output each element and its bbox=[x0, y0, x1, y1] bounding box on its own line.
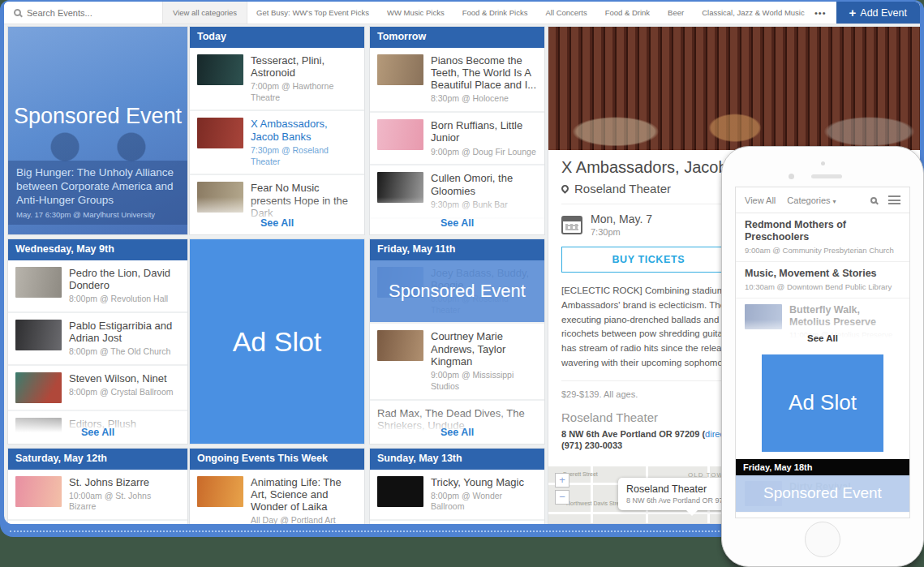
phone-categories-dropdown[interactable]: Categories▾ bbox=[787, 195, 836, 205]
event-row[interactable]: Music, Movement & Stories 10:30am @ Down… bbox=[736, 262, 909, 299]
event-row[interactable]: Joshua Bell 7:30pm @ Arlene Schnitzer Co… bbox=[8, 521, 187, 524]
phone-home-button[interactable] bbox=[805, 522, 840, 557]
map-zoom-controls: + − bbox=[555, 473, 569, 507]
event-list: Joey Badass, Buddy, Boogie 8:00pm @ Rose… bbox=[370, 260, 544, 445]
phone-screen: View All Categories▾ Redmond Mothers of … bbox=[735, 187, 910, 518]
event-text: X Ambassadors, Jacob Banks 7:30pm @ Rose… bbox=[251, 118, 357, 167]
event-meta: 8:00pm @ Revolution Hall bbox=[69, 294, 180, 305]
section-header: Wednesday, May 9th bbox=[8, 239, 187, 260]
event-row[interactable]: Courtney Marie Andrews, Taylor Kingman 9… bbox=[370, 324, 544, 400]
event-title: Pedro the Lion, David Dondero bbox=[69, 267, 180, 292]
sponsored-label: Sponsored Event bbox=[8, 103, 187, 129]
event-list: St. Johns Bizarre 10:00am @ St. Johns Bi… bbox=[8, 470, 187, 525]
chevron-down-icon: ▾ bbox=[833, 198, 836, 205]
event-meta: 7:00pm @ Hawthorne Theatre bbox=[251, 81, 357, 103]
event-thumbnail bbox=[15, 320, 62, 350]
phone-mockup: View All Categories▾ Redmond Mothers of … bbox=[721, 146, 924, 567]
nav-category-link[interactable]: Beer bbox=[659, 8, 693, 17]
event-row[interactable]: Redmond Mothers of Preschoolers 9:00am @… bbox=[736, 213, 909, 262]
event-text: Pianos Become the Teeth, The World Is A … bbox=[431, 54, 537, 105]
phone-sensor bbox=[789, 174, 794, 179]
see-all-link[interactable]: See All bbox=[8, 427, 187, 438]
ad-slot[interactable]: Ad Slot bbox=[190, 239, 364, 444]
see-all-link[interactable]: See All bbox=[370, 427, 544, 438]
ad-slot[interactable]: Ad Slot bbox=[762, 354, 883, 452]
event-title: Pianos Become the Teeth, The World Is A … bbox=[431, 54, 537, 92]
nav-category-link[interactable]: Classical, Jazz & World Music bbox=[693, 8, 805, 17]
plus-icon: + bbox=[849, 6, 857, 19]
event-title: Redmond Mothers of Preschoolers bbox=[745, 219, 900, 243]
phone-view-all-button[interactable]: View All bbox=[745, 195, 776, 205]
event-text: Rad Max, The Dead Dives, The Shriekers, … bbox=[377, 407, 537, 444]
search-input[interactable] bbox=[27, 8, 124, 18]
sponsored-event-card[interactable]: Sponsored Event Big Hunger: The Unholy A… bbox=[8, 27, 187, 234]
add-event-button[interactable]: + Add Event bbox=[836, 2, 920, 24]
nav-category-link[interactable]: All Concerts bbox=[536, 8, 595, 17]
event-thumbnail bbox=[377, 54, 423, 85]
event-text: Tesseract, Plini, Astronoid 7:00pm @ Haw… bbox=[251, 54, 357, 104]
event-list: Tricky, Young Magic 8:00pm @ Wonder Ball… bbox=[370, 470, 544, 525]
event-row[interactable]: Tesseract, Plini, Astronoid 7:00pm @ Haw… bbox=[190, 48, 364, 112]
event-row[interactable]: Animating Life: The Art, Science and Won… bbox=[190, 470, 364, 525]
event-meta: 8:00pm @ The Old Church bbox=[69, 346, 180, 358]
event-text: Courtney Marie Andrews, Taylor Kingman 9… bbox=[431, 330, 537, 392]
phone-bottom-list: National Bike to Work Day All Day @ Bend… bbox=[736, 513, 909, 518]
menu-icon[interactable] bbox=[888, 195, 900, 204]
see-all-link[interactable]: See All bbox=[370, 217, 544, 229]
event-row[interactable]: Pedro the Lion, David Dondero 8:00pm @ R… bbox=[8, 260, 187, 313]
event-title: Tesseract, Plini, Astronoid bbox=[251, 54, 357, 79]
event-thumbnail bbox=[377, 172, 423, 203]
event-row[interactable]: X Ambassadors, Jacob Banks 7:30pm @ Rose… bbox=[190, 111, 364, 175]
map-pin-icon bbox=[560, 183, 570, 194]
event-row[interactable]: St. Johns Bizarre 10:00am @ St. Johns Bi… bbox=[8, 470, 187, 522]
view-all-categories-button[interactable]: View all categories bbox=[162, 2, 247, 24]
event-thumbnail bbox=[197, 118, 243, 148]
event-list: Pianos Become the Teeth, The World Is A … bbox=[370, 48, 544, 235]
buy-tickets-button[interactable]: BUY TICKETS bbox=[562, 247, 735, 272]
event-row[interactable]: Cullen Omori, the Gloomies 9:30pm @ Bunk… bbox=[370, 165, 544, 218]
phone-day-header: Friday, May 18th bbox=[736, 459, 909, 475]
event-row[interactable]: Steven Wilson, Ninet 8:00pm @ Crystal Ba… bbox=[8, 366, 187, 411]
event-text: Pedro the Lion, David Dondero 8:00pm @ R… bbox=[69, 267, 180, 305]
phone-camera bbox=[821, 161, 825, 165]
event-thumbnail bbox=[377, 476, 423, 507]
nav-category-link[interactable]: Get Busy: WW's Top Event Picks bbox=[247, 8, 378, 17]
phone-sponsored-list: Dirty Revival Sponsored Event bbox=[736, 475, 909, 513]
categories-label: Categories bbox=[787, 195, 830, 205]
search-icon[interactable] bbox=[870, 197, 877, 204]
see-all-link[interactable]: See All bbox=[190, 217, 364, 229]
event-thumbnail bbox=[197, 182, 243, 213]
top-nav: View all categories Get Busy: WW's Top E… bbox=[4, 2, 920, 24]
detail-venue: Roseland Theater bbox=[574, 182, 671, 195]
event-row[interactable]: Born Ruffians, Little Junior 9:00pm @ Do… bbox=[370, 113, 544, 165]
event-meta: 8:30pm @ Holocene bbox=[431, 93, 537, 105]
event-text: Music, Movement & Stories 10:30am @ Down… bbox=[745, 268, 900, 292]
section-header: Friday, May 11th bbox=[370, 239, 544, 260]
nav-overflow-button[interactable]: ••• bbox=[805, 8, 836, 18]
event-row[interactable]: Joey Badass, Buddy, Boogie 8:00pm @ Rose… bbox=[370, 260, 544, 324]
event-title: Cullen Omori, the Gloomies bbox=[431, 172, 537, 197]
event-text: Redmond Mothers of Preschoolers 9:00am @… bbox=[745, 219, 900, 256]
see-all-link[interactable]: See All bbox=[736, 333, 909, 343]
zoom-out-button[interactable]: − bbox=[555, 490, 569, 505]
section-ongoing: Ongoing Events This Week Animating Life:… bbox=[190, 449, 364, 524]
event-title: Pablo Estigarribia and Adrian Jost bbox=[69, 320, 180, 345]
event-row[interactable]: Pablo Estigarribia and Adrian Jost 8:00p… bbox=[8, 313, 187, 366]
event-title: Fear No Music presents Hope in the Dark bbox=[251, 182, 357, 219]
event-meta: 10:30am @ Downtown Bend Public Library bbox=[745, 282, 900, 292]
detail-datetime: Mon, May. 7 7:30pm bbox=[591, 213, 652, 237]
nav-category-link[interactable]: Food & Drink Picks bbox=[453, 8, 537, 17]
nav-category-link[interactable]: Food & Drink bbox=[596, 8, 659, 17]
nav-category-link[interactable]: WW Music Picks bbox=[378, 8, 453, 17]
map-marker[interactable] bbox=[680, 522, 699, 523]
search-box[interactable] bbox=[4, 8, 162, 18]
sponsored-caption: Big Hunger: The Unholy Alliance between … bbox=[8, 161, 187, 225]
event-row[interactable]: Winn Alexander Band, Auditorius, Dark Oz… bbox=[370, 521, 544, 524]
event-row[interactable]: Dirty Revival Sponsored Event bbox=[736, 475, 909, 513]
event-text: Animating Life: The Art, Science and Won… bbox=[251, 476, 357, 525]
event-row[interactable]: National Bike to Work Day All Day @ Bend… bbox=[736, 513, 909, 518]
event-row[interactable]: Pianos Become the Teeth, The World Is A … bbox=[370, 48, 544, 114]
section-header: Today bbox=[190, 27, 364, 48]
event-row[interactable]: Tricky, Young Magic 8:00pm @ Wonder Ball… bbox=[370, 470, 544, 522]
zoom-in-button[interactable]: + bbox=[555, 473, 569, 488]
